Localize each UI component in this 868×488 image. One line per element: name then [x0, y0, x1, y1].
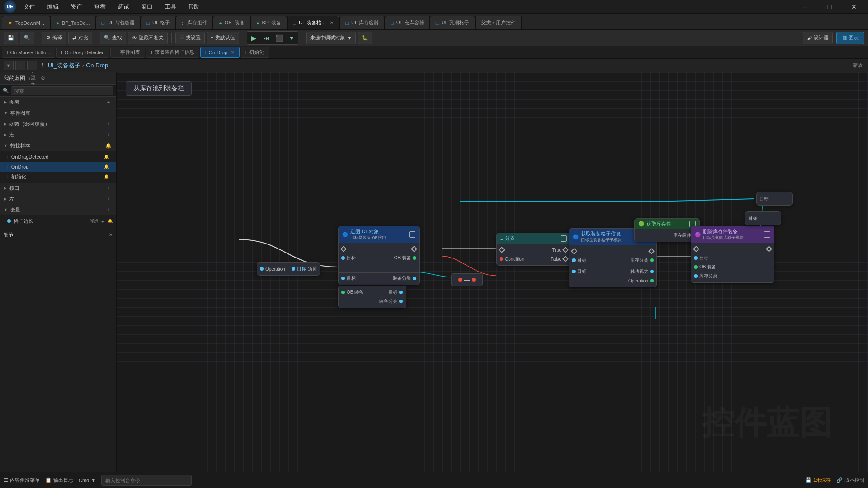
tab-inventory[interactable]: :: 库存组件 — [176, 16, 213, 29]
tab-ui-warehouse[interactable]: □ UI_仓库容器 — [385, 16, 430, 29]
skip-button[interactable]: ⏭ — [260, 32, 273, 44]
cmd-selector[interactable]: Cmd ▼ — [79, 478, 96, 483]
chevron-icon: ▶ — [4, 100, 7, 104]
node-get-part[interactable]: 🟢 获取库存件 库存组件 — [634, 218, 700, 242]
func-initialize[interactable]: f 初始化 🔔 — [0, 172, 116, 182]
bell-icon[interactable]: 🔔 — [104, 141, 113, 150]
design-mode-button[interactable]: 🖌 设计器 — [803, 32, 833, 44]
find-button[interactable]: 🔍 查找 — [100, 32, 126, 44]
add-interface-icon[interactable]: + — [104, 184, 113, 192]
version-control-button[interactable]: 🔗 版本控制 — [836, 477, 864, 483]
breadcrumb-class[interactable]: UI_装备格子 — [48, 61, 80, 70]
more-button[interactable]: ▼ — [285, 32, 298, 44]
tab-ui-inventory[interactable]: □ UI_库存容器 — [340, 16, 385, 29]
func-on-drag-detected[interactable]: f OnDragDetected 🔔 — [0, 152, 116, 162]
interface-header[interactable]: ▶ 接口 + — [0, 183, 116, 193]
search-input[interactable] — [11, 86, 113, 95]
tab-ob-equip[interactable]: ● OB_装备 — [213, 16, 250, 29]
minimize-button[interactable]: ─ — [795, 0, 816, 14]
drag-header[interactable]: ▼ 拖拉样本 🔔 — [0, 140, 116, 151]
func-tab-initialize[interactable]: f 初始化 — [241, 47, 269, 58]
save-button[interactable]: 💾 — [4, 32, 18, 44]
node-equals[interactable]: == — [451, 273, 483, 286]
left-header[interactable]: ▶ 左 + — [0, 193, 116, 204]
unsaved-indicator[interactable]: 💾 1未保存 — [805, 477, 831, 483]
node-operation-entry[interactable]: Operation 目标 负荷 — [257, 262, 320, 276]
detail-close-icon[interactable]: ✕ — [109, 232, 113, 237]
zoom-level[interactable]: 缩放- — [853, 62, 864, 69]
collapse-icon[interactable] — [561, 235, 567, 242]
graph-section-header[interactable]: ▶ 图表 + — [0, 97, 116, 108]
bp-selector[interactable]: ▼ — [4, 61, 14, 70]
add-function-icon[interactable]: + — [104, 120, 113, 128]
get-part-title: 获取库存件 — [646, 221, 671, 227]
func-tab-close-icon[interactable]: ✕ — [231, 50, 235, 55]
menu-file[interactable]: 文件 — [22, 2, 37, 12]
var-grid-length[interactable]: 格子边长 浮点 ⇄ 🔔 — [0, 216, 116, 226]
output-log-button[interactable]: 📋 输出日志 — [45, 477, 73, 483]
debug-extra[interactable]: 🐛 — [358, 32, 372, 44]
browse-button[interactable]: 🔍 — [20, 32, 34, 44]
tab-ui-equip-grid[interactable]: □ UI_装备格... ✕ — [287, 16, 340, 29]
tab-bp-equip[interactable]: ● BP_装备 — [250, 16, 287, 29]
pin-inv-type: 库存分类 — [630, 257, 648, 263]
menu-tools[interactable]: 工具 — [163, 2, 178, 12]
nav-back[interactable]: ← — [15, 61, 25, 70]
macros-header[interactable]: ▶ 宏 + — [0, 129, 116, 140]
tab-topdown-map[interactable]: ▼ TopDownM... — [2, 16, 50, 29]
node-cast-ob[interactable]: 🔵 迸图 OB对象 目标是装备 OB接口 目标 OB 装备 — [338, 226, 420, 285]
class-settings-button[interactable]: ☰ 类设置 — [175, 32, 205, 44]
func-tab-get-info[interactable]: f 获取装备格子信息 — [146, 47, 199, 58]
console-input[interactable] — [101, 475, 192, 486]
func-tab-drag-detected[interactable]: f On Drag Detected — [56, 47, 109, 58]
diff-button[interactable]: ⇄ 对比 — [68, 32, 92, 44]
func-tab-on-drop[interactable]: f On Drop ✕ — [200, 47, 240, 58]
class-default-button[interactable]: ≡ 类默认值 — [207, 32, 239, 44]
node-target-2[interactable]: 目标 — [745, 211, 781, 225]
maximize-button[interactable]: □ — [819, 0, 840, 14]
interface-section: ▶ 接口 + — [0, 183, 116, 193]
add-button[interactable]: + + 添加 — [28, 75, 36, 83]
functions-header[interactable]: ▶ 函数（36可覆盖） + — [0, 118, 116, 129]
add-left-icon[interactable]: + — [104, 195, 113, 203]
tab-bp-topdown[interactable]: ● BP_TopDo... — [50, 16, 95, 29]
graph-mode-button[interactable]: ▦ 图表 — [836, 32, 864, 44]
menu-window[interactable]: 窗口 — [139, 2, 155, 12]
compile-button[interactable]: ⚙ 编译 — [42, 32, 66, 44]
content-sidebar-menu[interactable]: ☰ 内容侧滑菜单 — [4, 477, 40, 483]
add-macro-icon[interactable]: + — [104, 131, 113, 139]
menu-debug[interactable]: 调试 — [116, 2, 131, 12]
tab-ui-backpack[interactable]: □ UI_背包容器 — [96, 16, 141, 29]
tab-ui-grid[interactable]: □ UI_格子 — [141, 16, 176, 29]
func-on-drop[interactable]: f OnDrop 🔔 — [0, 162, 116, 172]
event-graph-section: ▼ 事件图表 — [0, 108, 116, 118]
menu-asset[interactable]: 资产 — [69, 2, 84, 12]
menu-edit[interactable]: 编辑 — [45, 2, 61, 12]
add-var-icon[interactable]: + — [104, 206, 113, 214]
vars-header[interactable]: ▼ 变量 + — [0, 204, 116, 215]
debug-object-selector[interactable]: 未选中调试对象 ▼ — [306, 32, 356, 44]
label-condition: Condition — [505, 257, 524, 262]
hide-unrelated-button[interactable]: 👁 隐藏不相关 — [128, 32, 168, 44]
func-tab-event-graph[interactable]: :: 事件图表 — [110, 47, 145, 58]
stop-button[interactable]: ⬛ — [273, 32, 285, 44]
tab-ui-hole-grid[interactable]: □ UI_孔洞格子 — [430, 16, 475, 29]
play-button[interactable]: ▶ — [247, 32, 260, 44]
add-graph-icon[interactable]: + — [104, 98, 113, 106]
node-ob-equip[interactable]: OB 装备 目标 装备分类 — [338, 286, 406, 308]
menu-view[interactable]: 查看 — [92, 2, 108, 12]
collapse-icon[interactable] — [764, 231, 770, 238]
nav-forward[interactable]: → — [27, 61, 37, 70]
node-collapse-icon[interactable] — [409, 231, 415, 238]
event-graph-header[interactable]: ▼ 事件图表 — [0, 108, 116, 118]
blueprint-canvas[interactable]: 从库存池到装备栏 — [117, 72, 868, 472]
close-button[interactable]: ✕ — [844, 0, 864, 14]
panel-settings-icon[interactable]: ⚙ — [39, 75, 47, 83]
tab-parent-widget[interactable]: 父类：用户控件 — [475, 16, 522, 29]
node-target-1[interactable]: 目标 — [756, 192, 793, 206]
menu-help[interactable]: 帮助 — [186, 2, 202, 12]
node-branch[interactable]: ≡ 分支 True Condition False — [496, 233, 571, 266]
node-add-equip[interactable]: 🟣 删除库存件装备 目标是删除库存子模块 目标 — [691, 226, 774, 283]
func-tab-mouse-button[interactable]: f On Mouse Butto... — [2, 47, 55, 58]
tab-close-icon[interactable]: ✕ — [330, 20, 334, 25]
